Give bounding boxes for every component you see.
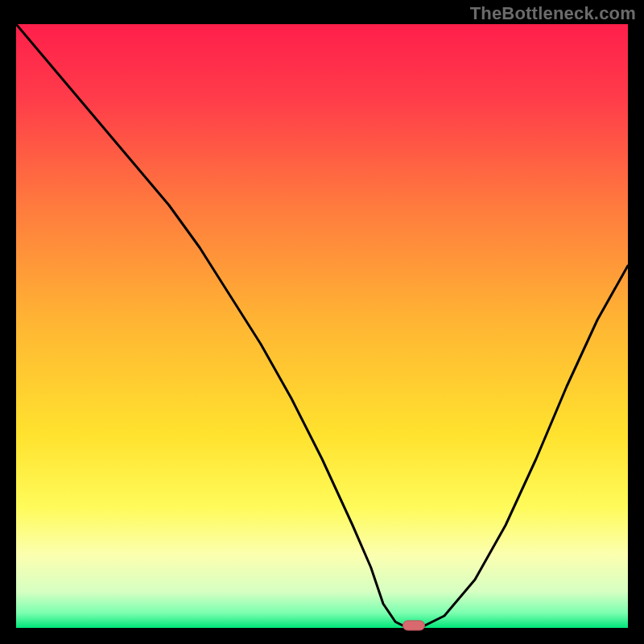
- plot-area: [16, 24, 628, 628]
- bottleneck-curve: [16, 24, 628, 628]
- chart-frame: TheBottleneck.com: [0, 0, 644, 644]
- plot-inner: [16, 24, 628, 628]
- watermark-text: TheBottleneck.com: [470, 3, 636, 24]
- optimal-point-marker: [402, 621, 425, 631]
